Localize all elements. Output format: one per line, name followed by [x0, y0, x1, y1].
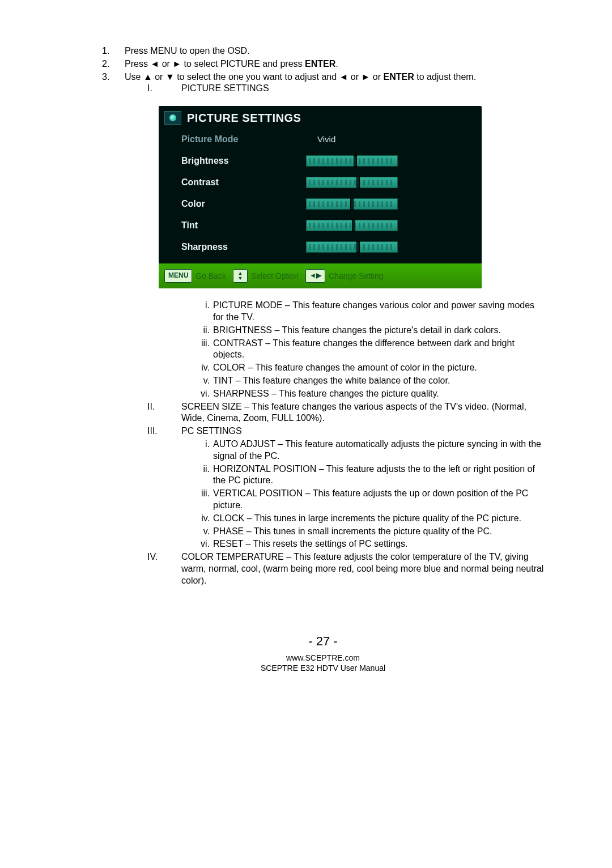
- menu-button-icon: MENU: [164, 269, 192, 283]
- slider: [306, 177, 398, 188]
- list-item: TINT – This feature changes the white ba…: [213, 375, 544, 387]
- list-item: HORIZONTAL POSITION – This feature adjus…: [213, 463, 544, 487]
- slider: [306, 241, 398, 253]
- list-item: SHARPNESS – This feature changes the pic…: [213, 388, 544, 400]
- roman-ii: SCREEN SIZE – This feature changes the v…: [181, 401, 544, 425]
- osd-row-picture-mode: Picture ModeVivid: [181, 129, 470, 150]
- list-item: AUTO ADJUST – This feature automatically…: [213, 439, 544, 462]
- slider: [306, 155, 398, 167]
- osd-row-tint: Tint: [181, 215, 470, 236]
- osd-row-label: Contrast: [181, 177, 295, 189]
- list-item: COLOR – This feature changes the amount …: [213, 362, 544, 374]
- osd-rows: Picture ModeVividBrightnessContrastColor…: [159, 129, 482, 263]
- step-3: Use ▲ or ▼ to select the one you want to…: [125, 71, 544, 588]
- list-item: PICTURE MODE – This feature changes vari…: [213, 300, 544, 324]
- instruction-list: 1.Press MENU to open the OSD. 2. Press ◄…: [102, 45, 544, 588]
- up-down-icon: ▲▼: [233, 269, 248, 283]
- page-number: - 27 -: [102, 633, 544, 650]
- osd-row-label: Color: [181, 198, 295, 210]
- list-item: CONTRAST – This feature changes the diff…: [213, 338, 544, 361]
- footer-manual: SCEPTRE E32 HDTV User Manual: [102, 663, 544, 673]
- slider: [306, 220, 398, 231]
- osd-screenshot: PICTURE SETTINGS Picture ModeVividBright…: [159, 106, 482, 288]
- osd-row-sharpness: Sharpness: [181, 236, 470, 258]
- osd-row-label: Sharpness: [181, 241, 295, 253]
- slider: [306, 198, 398, 210]
- left-right-icon: ◄▶: [305, 269, 325, 283]
- list-item: VERTICAL POSITION – This feature adjusts…: [213, 488, 544, 512]
- page-footer: - 27 - www.SCEPTRE.com SCEPTRE E32 HDTV …: [102, 633, 544, 674]
- list-item: PHASE – This tunes in small increments t…: [213, 526, 544, 538]
- osd-row-color: Color: [181, 193, 470, 215]
- roman-list: I.PICTURE SETTINGS: [125, 83, 544, 95]
- change-setting-label: Change Setting: [329, 271, 384, 281]
- osd-row-label: Tint: [181, 220, 295, 232]
- step-1: Press MENU to open the OSD.: [125, 45, 544, 57]
- footer-url: www.SCEPTRE.com: [102, 653, 544, 663]
- osd-row-contrast: Contrast: [181, 172, 470, 193]
- pc-settings-sublist: i.AUTO ADJUST – This feature automatical…: [125, 439, 544, 550]
- osd-row-label: Brightness: [181, 155, 295, 167]
- go-back-label: Go Back: [196, 271, 226, 281]
- osd-title: PICTURE SETTINGS: [187, 110, 301, 125]
- list-item: CLOCK – This tunes in large increments t…: [213, 513, 544, 525]
- osd-row-brightness: Brightness: [181, 150, 470, 172]
- osd-value: Vivid: [317, 134, 335, 145]
- osd-header: PICTURE SETTINGS: [159, 106, 482, 129]
- roman-i: PICTURE SETTINGS: [181, 83, 544, 95]
- list-item: BRIGHTNESS – This feature changes the pi…: [213, 325, 544, 337]
- roman-iii: PC SETTINGS: [181, 426, 544, 437]
- step-2: Press ◄ or ► to select PICTURE and press…: [125, 58, 544, 70]
- osd-logo-icon: [164, 111, 181, 125]
- osd-row-label: Picture Mode: [181, 134, 295, 146]
- list-item: RESET – This resets the settings of PC s…: [213, 538, 544, 550]
- roman-iv: COLOR TEMPERATURE – This feature adjusts…: [181, 551, 544, 586]
- select-option-label: Select Option: [251, 271, 299, 281]
- picture-settings-sublist: i.PICTURE MODE – This feature changes va…: [125, 300, 544, 399]
- osd-footer: MENU Go Back ▲▼ Select Option ◄▶ Change …: [159, 263, 482, 288]
